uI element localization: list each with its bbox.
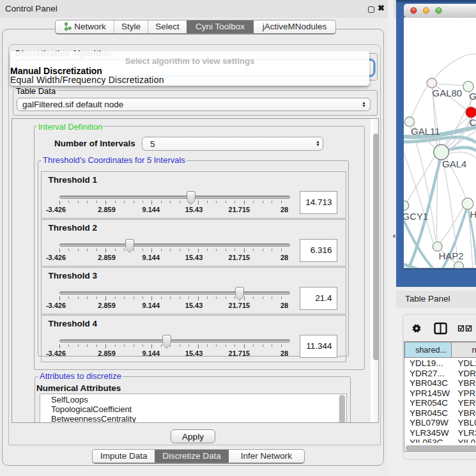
svg-text:GCY1: GCY1 <box>403 211 429 222</box>
svg-text:GAL11: GAL11 <box>411 126 440 137</box>
svg-text:HAP2: HAP2 <box>439 250 464 261</box>
svg-text:GAL4: GAL4 <box>442 158 466 169</box>
svg-text:CD: CD <box>470 117 476 128</box>
svg-text:GAL80: GAL80 <box>433 88 463 98</box>
svg-text:GAL: GAL <box>470 91 476 102</box>
svg-text:HA: HA <box>470 209 476 220</box>
